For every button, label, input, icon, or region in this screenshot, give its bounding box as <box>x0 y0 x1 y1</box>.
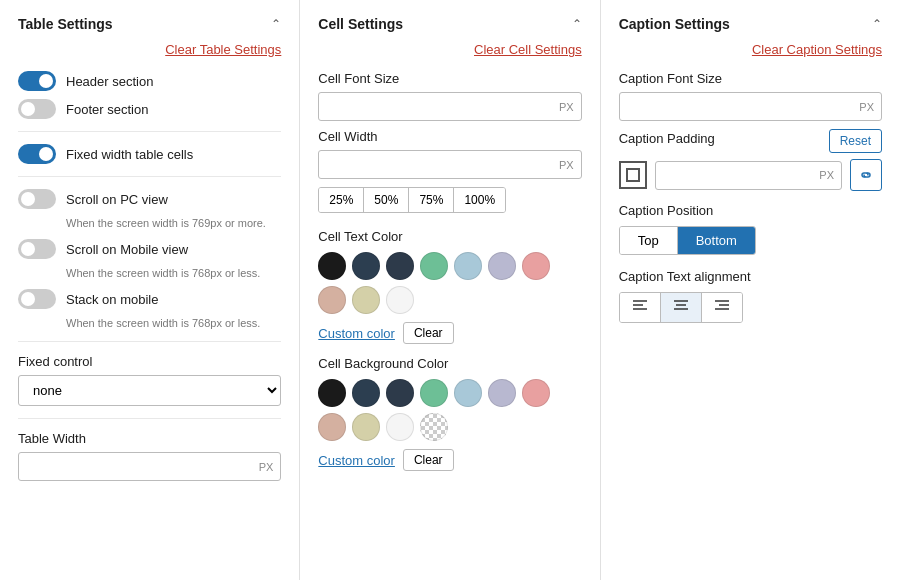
caption-settings-chevron[interactable]: ⌃ <box>872 17 882 31</box>
swatch[interactable] <box>318 286 346 314</box>
scroll-pc-wrap: Scroll on PC view When the screen width … <box>18 189 281 229</box>
fixed-width-row: Fixed width table cells <box>18 144 281 164</box>
stack-mobile-row: Stack on mobile <box>18 289 281 309</box>
scroll-mobile-sublabel: When the screen width is 768px or less. <box>66 267 281 279</box>
caption-font-size-wrap: PX <box>619 92 882 121</box>
swatch[interactable] <box>318 379 346 407</box>
swatch[interactable] <box>352 252 380 280</box>
scroll-mobile-row: Scroll on Mobile view <box>18 239 281 259</box>
swatch[interactable] <box>420 379 448 407</box>
footer-section-row: Footer section <box>18 99 281 119</box>
swatch[interactable] <box>522 252 550 280</box>
caption-padding-input[interactable] <box>655 161 842 190</box>
caption-align-btns <box>619 292 743 323</box>
swatch[interactable] <box>386 379 414 407</box>
cell-settings-chevron[interactable]: ⌃ <box>572 17 582 31</box>
caption-text-align-label: Caption Text alignment <box>619 269 882 284</box>
table-width-wrap: PX <box>18 452 281 481</box>
pct-btn-50[interactable]: 50% <box>364 188 409 212</box>
cell-text-color-actions: Custom color Clear <box>318 322 581 344</box>
cell-settings-panel: Cell Settings ⌃ Clear Cell Settings Cell… <box>300 0 600 580</box>
swatch[interactable] <box>454 379 482 407</box>
scroll-pc-label: Scroll on PC view <box>66 192 168 207</box>
cell-bg-color-actions: Custom color Clear <box>318 449 581 471</box>
align-center-btn[interactable] <box>661 293 702 322</box>
caption-position-btns: Top Bottom <box>619 226 756 255</box>
caption-settings-header: Caption Settings ⌃ <box>619 16 882 32</box>
caption-pos-top-btn[interactable]: Top <box>620 227 678 254</box>
swatch[interactable] <box>386 286 414 314</box>
table-width-label: Table Width <box>18 431 281 446</box>
table-settings-header: Table Settings ⌃ <box>18 16 281 32</box>
caption-padding-label: Caption Padding <box>619 131 715 146</box>
cell-text-clear-btn[interactable]: Clear <box>403 322 454 344</box>
swatch[interactable] <box>318 252 346 280</box>
swatch[interactable] <box>522 379 550 407</box>
scroll-mobile-wrap: Scroll on Mobile view When the screen wi… <box>18 239 281 279</box>
header-section-toggle[interactable] <box>18 71 56 91</box>
pct-btns-group: 25% 50% 75% 100% <box>318 187 506 213</box>
cell-settings-title: Cell Settings <box>318 16 403 32</box>
swatch[interactable] <box>352 379 380 407</box>
cell-font-size-label: Cell Font Size <box>318 71 581 86</box>
cell-text-color-swatches <box>318 252 581 314</box>
fixed-control-select[interactable]: none <box>18 375 281 406</box>
scroll-pc-row: Scroll on PC view <box>18 189 281 209</box>
cell-font-size-input[interactable] <box>318 92 581 121</box>
swatch-checkered[interactable] <box>420 413 448 441</box>
align-left-btn[interactable] <box>620 293 661 322</box>
footer-section-toggle[interactable] <box>18 99 56 119</box>
footer-section-label: Footer section <box>66 102 148 117</box>
stack-mobile-label: Stack on mobile <box>66 292 159 307</box>
caption-padding-reset-btn[interactable]: Reset <box>829 129 882 153</box>
swatch[interactable] <box>318 413 346 441</box>
swatch[interactable] <box>352 286 380 314</box>
align-right-btn[interactable] <box>702 293 742 322</box>
scroll-pc-toggle[interactable] <box>18 189 56 209</box>
swatch[interactable] <box>488 252 516 280</box>
scroll-pc-sublabel: When the screen width is 769px or more. <box>66 217 281 229</box>
caption-padding-row: PX <box>619 159 882 191</box>
clear-table-settings-link[interactable]: Clear Table Settings <box>18 42 281 57</box>
swatch[interactable] <box>352 413 380 441</box>
caption-font-size-input[interactable] <box>619 92 882 121</box>
cell-bg-clear-btn[interactable]: Clear <box>403 449 454 471</box>
caption-settings-title: Caption Settings <box>619 16 730 32</box>
swatch[interactable] <box>386 413 414 441</box>
cell-bg-color-label: Cell Background Color <box>318 356 581 371</box>
table-width-input[interactable] <box>18 452 281 481</box>
svg-rect-0 <box>627 169 639 181</box>
fixed-width-toggle[interactable] <box>18 144 56 164</box>
swatch[interactable] <box>386 252 414 280</box>
stack-mobile-toggle[interactable] <box>18 289 56 309</box>
cell-font-size-wrap: PX <box>318 92 581 121</box>
cell-text-color-label: Cell Text Color <box>318 229 581 244</box>
table-settings-panel: Table Settings ⌃ Clear Table Settings He… <box>0 0 300 580</box>
fixed-width-label: Fixed width table cells <box>66 147 193 162</box>
cell-bg-color-swatches <box>318 379 581 441</box>
fixed-control-label: Fixed control <box>18 354 281 369</box>
pct-btn-25[interactable]: 25% <box>319 188 364 212</box>
pct-btn-75[interactable]: 75% <box>409 188 454 212</box>
clear-cell-settings-link[interactable]: Clear Cell Settings <box>318 42 581 57</box>
caption-pos-bottom-btn[interactable]: Bottom <box>678 227 755 254</box>
caption-padding-box-icon <box>619 161 647 189</box>
scroll-mobile-label: Scroll on Mobile view <box>66 242 188 257</box>
pct-btn-100[interactable]: 100% <box>454 188 505 212</box>
cell-width-label: Cell Width <box>318 129 581 144</box>
swatch[interactable] <box>454 252 482 280</box>
swatch[interactable] <box>488 379 516 407</box>
table-settings-title: Table Settings <box>18 16 113 32</box>
cell-bg-custom-color-link[interactable]: Custom color <box>318 453 395 468</box>
cell-text-custom-color-link[interactable]: Custom color <box>318 326 395 341</box>
caption-padding-link-btn[interactable] <box>850 159 882 191</box>
swatch[interactable] <box>420 252 448 280</box>
stack-mobile-sublabel: When the screen width is 768px or less. <box>66 317 281 329</box>
stack-mobile-wrap: Stack on mobile When the screen width is… <box>18 289 281 329</box>
clear-caption-settings-link[interactable]: Clear Caption Settings <box>619 42 882 57</box>
table-settings-chevron[interactable]: ⌃ <box>271 17 281 31</box>
cell-width-input[interactable] <box>318 150 581 179</box>
caption-position-label: Caption Position <box>619 203 882 218</box>
caption-settings-panel: Caption Settings ⌃ Clear Caption Setting… <box>601 0 900 580</box>
scroll-mobile-toggle[interactable] <box>18 239 56 259</box>
